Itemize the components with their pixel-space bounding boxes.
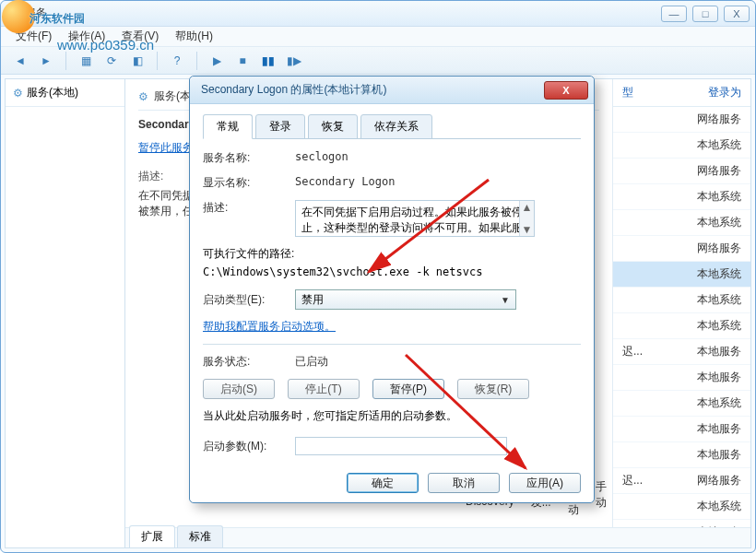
- logon-cell[interactable]: 网络服务: [613, 107, 750, 133]
- logon-cell[interactable]: 本地系统: [613, 133, 750, 159]
- logon-cell[interactable]: 本地系统: [613, 184, 750, 210]
- logon-cell[interactable]: 本地服务: [613, 365, 750, 391]
- help-icon[interactable]: ?: [167, 51, 187, 71]
- exe-path-label: 可执行文件的路径:: [203, 246, 581, 262]
- tab-dependencies[interactable]: 依存关系: [360, 114, 432, 139]
- help-link[interactable]: 帮助我配置服务启动选项。: [203, 320, 336, 333]
- gear-icon: ⚙: [138, 90, 148, 103]
- start-button[interactable]: 启动(S): [203, 379, 275, 399]
- service-name-value: seclogon: [295, 150, 581, 163]
- properties-dialog: Secondary Logon 的属性(本地计算机) X 常规 登录 恢复 依存…: [189, 76, 595, 503]
- stop-icon[interactable]: ■: [232, 51, 253, 71]
- scrollbar[interactable]: ▲▼: [519, 201, 534, 236]
- pause-button[interactable]: 暂停(P): [372, 379, 444, 399]
- display-name-value: Secondary Logon: [295, 175, 581, 188]
- startup-type-label: 启动类型(E):: [203, 292, 295, 308]
- tab-general[interactable]: 常规: [203, 114, 253, 139]
- logon-header[interactable]: 登录为: [708, 85, 741, 100]
- tab-extended[interactable]: 扩展: [129, 525, 175, 547]
- logon-cell[interactable]: 本地系统: [613, 313, 750, 339]
- tab-logon[interactable]: 登录: [255, 114, 305, 139]
- logon-cell[interactable]: 网络服务: [613, 159, 750, 184]
- stop-button[interactable]: 停止(T): [288, 379, 360, 399]
- param-note: 当从此处启动服务时，您可指定所适用的启动参数。: [203, 408, 581, 424]
- logon-cell[interactable]: 本地服务: [613, 417, 750, 442]
- logon-cell[interactable]: 本地系统: [613, 210, 750, 236]
- startup-type-select[interactable]: 禁用 ▼: [295, 289, 516, 310]
- logon-cell[interactable]: 迟...本地服务: [613, 339, 750, 365]
- logon-cell[interactable]: 迟...网络服务: [613, 468, 750, 494]
- menu-help[interactable]: 帮助(H): [175, 29, 213, 44]
- col-placeholder: 型: [622, 85, 633, 100]
- description-label: 描述:: [203, 200, 295, 216]
- cancel-button[interactable]: 取消: [428, 473, 500, 493]
- logon-cell[interactable]: 本地系统: [613, 391, 750, 417]
- watermark-logo: 河东软件园: [2, 0, 85, 33]
- minimize-button[interactable]: —: [661, 6, 687, 22]
- close-button[interactable]: X: [724, 6, 750, 22]
- dialog-tabs: 常规 登录 恢复 依存关系: [203, 113, 581, 139]
- dialog-titlebar: Secondary Logon 的属性(本地计算机) X: [190, 76, 594, 104]
- logon-column: 型 登录为 网络服务本地系统网络服务本地系统本地系统网络服务本地系统本地系统本地…: [612, 79, 750, 547]
- pause-icon[interactable]: ▮▮: [258, 51, 278, 71]
- tab-recovery[interactable]: 恢复: [308, 114, 358, 139]
- service-status-label: 服务状态:: [203, 354, 295, 370]
- dialog-close-button[interactable]: X: [544, 81, 588, 100]
- toolbar-icon[interactable]: ◧: [127, 51, 148, 71]
- forward-icon[interactable]: ►: [36, 51, 56, 71]
- restart-icon[interactable]: ▮▶: [284, 51, 304, 71]
- apply-button[interactable]: 应用(A): [509, 473, 581, 493]
- exe-path-value: C:\Windows\system32\svchost.exe -k netsv…: [203, 265, 581, 278]
- toolbar-icon[interactable]: ▦: [76, 51, 96, 71]
- back-icon[interactable]: ◄: [10, 51, 30, 71]
- ok-button[interactable]: 确定: [347, 473, 419, 493]
- refresh-icon[interactable]: ⟳: [101, 51, 122, 71]
- logon-cell[interactable]: 网络服务: [613, 236, 750, 262]
- logon-cell[interactable]: 本地系统: [613, 494, 750, 520]
- watermark-url: www.pc0359.cn: [57, 37, 154, 53]
- start-params-label: 启动参数(M):: [203, 439, 295, 454]
- gear-icon: ⚙: [13, 87, 23, 100]
- resume-button[interactable]: 恢复(R): [457, 379, 529, 399]
- titlebar: 服务 — □ X: [1, 1, 755, 27]
- left-tree: ⚙ 服务(本地): [6, 79, 125, 547]
- service-status-value: 已启动: [295, 354, 581, 370]
- description-textbox[interactable]: 在不同凭据下启用启动过程。如果此服务被停止，这种类型的登录访问将不可用。如果此服…: [295, 200, 535, 237]
- pause-service-link[interactable]: 暂停此服务: [138, 141, 194, 154]
- tab-standard[interactable]: 标准: [177, 525, 223, 547]
- maximize-button[interactable]: □: [692, 6, 718, 22]
- footer-tabs: 扩展 标准: [125, 527, 750, 547]
- display-name-label: 显示名称:: [203, 175, 295, 191]
- tree-local-services[interactable]: ⚙ 服务(本地): [6, 79, 124, 107]
- logon-cell[interactable]: 本地系统: [613, 288, 750, 313]
- service-name-label: 服务名称:: [203, 150, 295, 166]
- logon-cell[interactable]: 本地服务: [613, 442, 750, 468]
- logon-cell[interactable]: 本地系统: [613, 262, 750, 288]
- play-icon[interactable]: ▶: [207, 51, 227, 71]
- dialog-title: Secondary Logon 的属性(本地计算机): [201, 82, 386, 98]
- chevron-down-icon: ▼: [501, 295, 510, 305]
- start-params-input[interactable]: [295, 437, 507, 455]
